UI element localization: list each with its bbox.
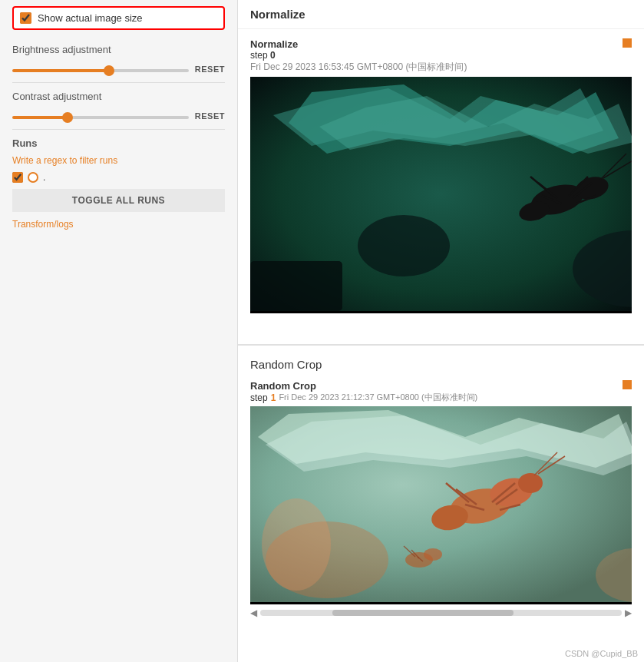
normalize-image-svg [250,77,632,311]
random-crop-image-svg [250,406,632,602]
run-checkbox[interactable] [12,172,23,183]
runs-filter-link[interactable]: Write a regex to filter runs [12,155,225,166]
normalize-card-title: Normalize [250,38,467,50]
runs-section: Runs Write a regex to filter runs . TOGG… [12,130,225,237]
show-actual-size-label: Show actual image size [38,12,143,24]
scroll-track[interactable] [260,610,622,616]
run-dot-label: . [43,172,45,183]
contrast-reset-button[interactable]: RESET [195,111,225,121]
normalize-image-wrapper [250,77,632,313]
brightness-section: Brightness adjustment RESET [12,36,225,83]
brightness-slider-row: RESET [12,63,225,74]
right-top-heading: Normalize [238,0,644,29]
random-crop-card-title: Random Crop [250,380,477,392]
brightness-slider-container [12,63,189,74]
watermark: CSDN @Cupid_BB [238,646,644,661]
show-actual-size-row: Show actual image size [12,6,225,30]
svg-point-35 [262,498,331,591]
random-crop-card-title-col: Random Crop step 1 Fri Dec 29 2023 21:12… [250,380,477,403]
random-crop-step-line: step 1 Fri Dec 29 2023 21:12:37 GMT+0800… [250,392,477,403]
scroll-thumb [332,610,514,616]
show-actual-size-checkbox[interactable] [20,12,31,24]
run-circle-icon [28,172,38,183]
contrast-title: Contrast adjustment [12,91,225,102]
normalize-section: Normalize step 0 Fri Dec 29 2023 16:53:4… [238,29,644,338]
scrollbar-row: ◀ ▶ [250,604,632,621]
svg-point-37 [424,548,442,561]
random-crop-card-header: Random Crop step 1 Fri Dec 29 2023 21:12… [250,380,632,403]
brightness-title: Brightness adjustment [12,44,225,55]
brightness-reset-button[interactable]: RESET [195,65,225,74]
normalize-orange-square [623,38,632,48]
random-crop-section: Random Crop step 1 Fri Dec 29 2023 21:12… [238,371,644,646]
normalize-card-title-col: Normalize step 0 Fri Dec 29 2023 16:53:4… [250,38,467,74]
random-crop-image-wrapper [250,406,632,604]
random-crop-timestamp: Fri Dec 29 2023 21:12:37 GMT+0800 (中国标准时… [279,392,477,403]
normalize-card-header: Normalize step 0 Fri Dec 29 2023 16:53:4… [250,38,632,74]
scroll-right-arrow[interactable]: ▶ [625,607,632,618]
left-panel: Show actual image size Brightness adjust… [0,0,238,662]
normalize-card-step: step 0 [250,50,467,61]
brightness-slider[interactable] [12,69,189,72]
contrast-slider[interactable] [12,116,189,119]
normalize-card-timestamp: Fri Dec 29 2023 16:53:45 GMT+0800 (中国标准时… [250,61,467,74]
normalize-step-value: 0 [270,50,276,61]
svg-point-16 [358,215,450,276]
svg-rect-17 [250,261,342,311]
contrast-section: Contrast adjustment RESET [12,83,225,130]
runs-title: Runs [12,137,225,149]
transform-logs-link[interactable]: Transform/logs [12,219,74,230]
random-crop-step-label: step [250,392,268,403]
toggle-all-runs-button[interactable]: TOGGLE ALL RUNS [12,189,225,212]
runs-filter-row: . [12,172,225,183]
normalize-card: Normalize step 0 Fri Dec 29 2023 16:53:4… [250,38,632,313]
random-crop-heading: Random Crop [238,352,644,371]
random-crop-step-value: 1 [271,392,276,403]
scroll-left-arrow[interactable]: ◀ [250,607,257,618]
random-crop-card: Random Crop step 1 Fri Dec 29 2023 21:12… [250,380,632,621]
random-crop-divider: Random Crop [238,344,644,371]
contrast-slider-container [12,110,189,121]
contrast-slider-row: RESET [12,110,225,121]
right-panel: Normalize Normalize step 0 Fri Dec 29 20… [238,0,644,662]
random-crop-orange-square [623,380,632,389]
svg-point-24 [518,473,543,493]
